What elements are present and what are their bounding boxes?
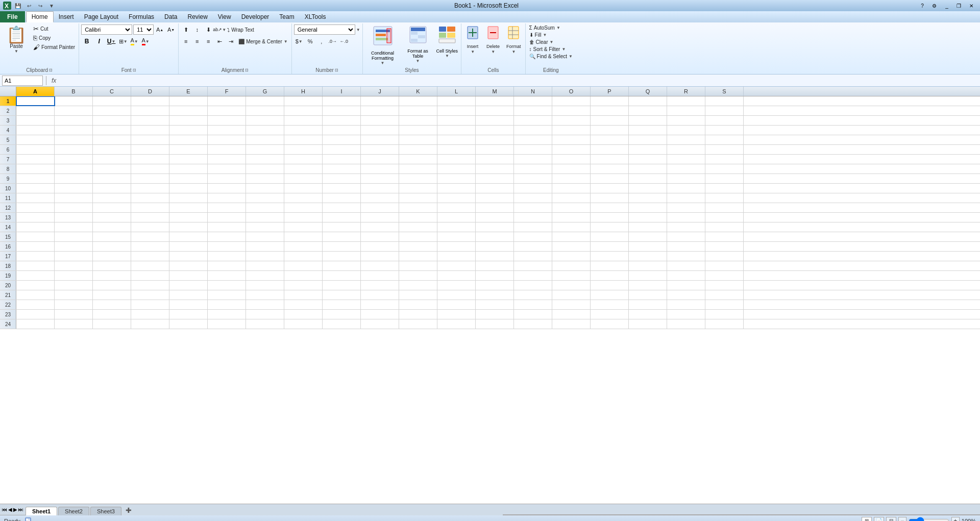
- cell-I17[interactable]: [323, 252, 361, 261]
- cell-D18[interactable]: [131, 261, 169, 270]
- cell-G4[interactable]: [246, 126, 284, 135]
- cell-J1[interactable]: [361, 96, 399, 106]
- cell-P4[interactable]: [591, 126, 629, 135]
- menu-xltools[interactable]: XLTools: [300, 11, 331, 22]
- cell-G11[interactable]: [246, 193, 284, 203]
- cell-F17[interactable]: [208, 252, 246, 261]
- cell-S1[interactable]: [705, 96, 744, 106]
- cell-E6[interactable]: [169, 145, 208, 154]
- undo-quick-btn[interactable]: ↩: [24, 1, 34, 10]
- cell-L11[interactable]: [437, 193, 476, 203]
- cell-N21[interactable]: [514, 290, 552, 300]
- cell-K1[interactable]: [399, 96, 437, 106]
- number-expand-btn[interactable]: ⊡: [335, 68, 338, 72]
- cell-D4[interactable]: [131, 126, 169, 135]
- cell-E12[interactable]: [169, 203, 208, 212]
- cell-J14[interactable]: [361, 222, 399, 232]
- cell-G16[interactable]: [246, 242, 284, 251]
- cell-K4[interactable]: [399, 126, 437, 135]
- cell-F10[interactable]: [208, 184, 246, 193]
- formula-input[interactable]: [60, 76, 978, 86]
- cell-N23[interactable]: [514, 310, 552, 319]
- cell-N9[interactable]: [514, 174, 552, 183]
- cell-E11[interactable]: [169, 193, 208, 203]
- row-number-4[interactable]: 4: [0, 126, 16, 135]
- row-number-7[interactable]: 7: [0, 155, 16, 164]
- cell-O8[interactable]: [552, 164, 591, 173]
- cell-L12[interactable]: [437, 203, 476, 212]
- col-header-F[interactable]: F: [208, 87, 246, 96]
- cell-F11[interactable]: [208, 193, 246, 203]
- cell-N17[interactable]: [514, 252, 552, 261]
- format-painter-button[interactable]: 🖌 Format Painter: [32, 43, 77, 52]
- cell-C19[interactable]: [93, 271, 131, 280]
- cell-C22[interactable]: [93, 300, 131, 309]
- cell-C1[interactable]: [93, 96, 131, 106]
- col-header-A[interactable]: A: [16, 87, 55, 96]
- cell-R2[interactable]: [667, 106, 705, 115]
- cell-P8[interactable]: [591, 164, 629, 173]
- cell-G17[interactable]: [246, 252, 284, 261]
- cell-H5[interactable]: [284, 135, 323, 144]
- find-select-btn[interactable]: 🔍 Find & Select ▼: [528, 53, 574, 60]
- menu-team[interactable]: Team: [274, 11, 299, 22]
- cell-B14[interactable]: [55, 222, 93, 232]
- cell-A13[interactable]: [16, 213, 55, 222]
- cell-H2[interactable]: [284, 106, 323, 115]
- row-number-10[interactable]: 10: [0, 184, 16, 193]
- cell-L3[interactable]: [437, 116, 476, 125]
- cell-P24[interactable]: [591, 319, 629, 329]
- cell-D1[interactable]: [131, 96, 169, 106]
- row-number-16[interactable]: 16: [0, 242, 16, 251]
- cell-O10[interactable]: [552, 184, 591, 193]
- cell-M11[interactable]: [476, 193, 514, 203]
- cell-C4[interactable]: [93, 126, 131, 135]
- cell-K11[interactable]: [399, 193, 437, 203]
- cell-M23[interactable]: [476, 310, 514, 319]
- cell-S2[interactable]: [705, 106, 744, 115]
- cell-C2[interactable]: [93, 106, 131, 115]
- menu-formulas[interactable]: Formulas: [124, 11, 159, 22]
- format-dropdown-arrow[interactable]: ▼: [511, 49, 516, 54]
- cell-E3[interactable]: [169, 116, 208, 125]
- cell-O21[interactable]: [552, 290, 591, 300]
- percent-btn[interactable]: %: [305, 36, 315, 46]
- cell-D12[interactable]: [131, 203, 169, 212]
- cell-O16[interactable]: [552, 242, 591, 251]
- page-layout-view-btn[interactable]: 📄: [874, 517, 884, 522]
- cell-M4[interactable]: [476, 126, 514, 135]
- cell-B19[interactable]: [55, 271, 93, 280]
- cell-C5[interactable]: [93, 135, 131, 144]
- cell-R8[interactable]: [667, 164, 705, 173]
- cell-B8[interactable]: [55, 164, 93, 173]
- menu-home[interactable]: Home: [26, 11, 54, 22]
- cell-D24[interactable]: [131, 319, 169, 329]
- cell-R24[interactable]: [667, 319, 705, 329]
- cell-K9[interactable]: [399, 174, 437, 183]
- cell-L21[interactable]: [437, 290, 476, 300]
- cell-O23[interactable]: [552, 310, 591, 319]
- cell-M14[interactable]: [476, 222, 514, 232]
- cell-A23[interactable]: [16, 310, 55, 319]
- cell-G20[interactable]: [246, 281, 284, 290]
- cell-M19[interactable]: [476, 271, 514, 280]
- cell-B9[interactable]: [55, 174, 93, 183]
- cell-R20[interactable]: [667, 281, 705, 290]
- col-header-H[interactable]: H: [284, 87, 323, 96]
- cell-O1[interactable]: [552, 96, 591, 106]
- row-number-3[interactable]: 3: [0, 116, 16, 125]
- cell-K3[interactable]: [399, 116, 437, 125]
- align-right-btn[interactable]: ≡: [203, 36, 213, 46]
- cell-M7[interactable]: [476, 155, 514, 164]
- cell-O14[interactable]: [552, 222, 591, 232]
- cell-J15[interactable]: [361, 232, 399, 241]
- cell-L5[interactable]: [437, 135, 476, 144]
- cell-D20[interactable]: [131, 281, 169, 290]
- cell-G21[interactable]: [246, 290, 284, 300]
- cell-F3[interactable]: [208, 116, 246, 125]
- cell-H6[interactable]: [284, 145, 323, 154]
- cell-I14[interactable]: [323, 222, 361, 232]
- cell-F15[interactable]: [208, 232, 246, 241]
- cell-G7[interactable]: [246, 155, 284, 164]
- redo-quick-btn[interactable]: ↪: [36, 1, 45, 10]
